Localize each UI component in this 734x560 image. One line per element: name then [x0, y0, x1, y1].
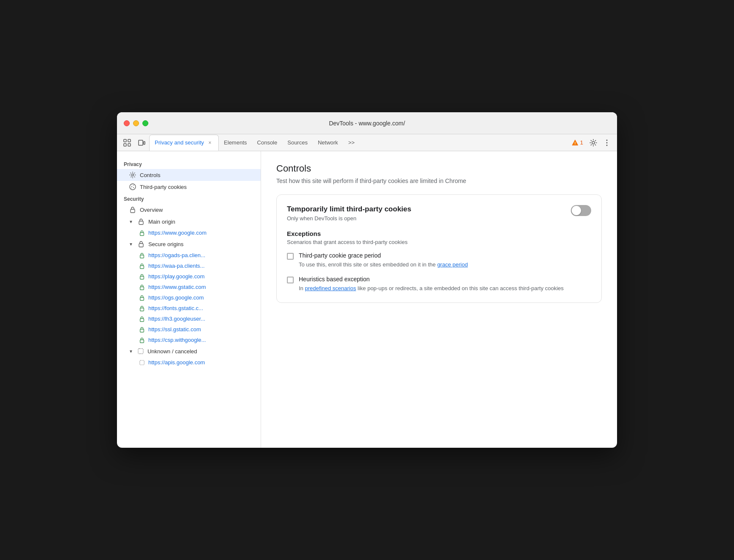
maximize-button[interactable] [142, 120, 148, 126]
lock-green-icon [139, 316, 145, 322]
warning-count: 1 [580, 139, 583, 146]
sidebar-item-google-url[interactable]: https://www.google.com [117, 227, 261, 238]
lock-green-icon [139, 284, 145, 290]
close-button[interactable] [124, 120, 130, 126]
sidebar-item-fonts[interactable]: https://fonts.gstatic.c... [117, 303, 261, 313]
minimize-button[interactable] [133, 120, 139, 126]
sidebar-item-ssl[interactable]: https://ssl.gstatic.com [117, 324, 261, 335]
unknown-canceled-label: Unknown / canceled [147, 348, 197, 355]
tab-bar: Privacy and security × Elements Console … [117, 134, 617, 151]
tab-more[interactable]: >> [343, 135, 360, 151]
grace-period-desc: To use this, enroll this site or sites e… [299, 261, 468, 269]
svg-point-7 [592, 141, 595, 144]
cookie-icon [129, 183, 136, 190]
sidebar-item-unknown-canceled[interactable]: ▼ Unknown / canceled [117, 345, 261, 357]
tab-label: Console [257, 139, 278, 146]
svg-point-13 [131, 186, 132, 187]
tab-sources[interactable]: Sources [282, 135, 313, 151]
exception-grace-period-content: Third-party cookie grace period To use t… [299, 252, 468, 269]
tab-network[interactable]: Network [313, 135, 343, 151]
apis-label: https://apis.google.com [148, 359, 205, 366]
tab-elements[interactable]: Elements [219, 135, 252, 151]
sidebar-item-play[interactable]: https://play.google.com [117, 271, 261, 282]
heuristics-desc-after: like pop-ups or redirects, a site embedd… [356, 285, 564, 291]
lock-green-icon [139, 295, 145, 301]
sidebar-item-overview[interactable]: Overview [117, 204, 261, 216]
svg-rect-1 [124, 144, 126, 146]
svg-text:!: ! [574, 141, 576, 145]
sidebar-item-third-party-cookies[interactable]: Third-party cookies [117, 181, 261, 193]
tab-label: Sources [287, 139, 308, 146]
sidebar-item-controls[interactable]: Controls [117, 169, 261, 181]
svg-rect-23 [140, 276, 144, 279]
sidebar-item-secure-origins[interactable]: ▼ Secure origins [117, 238, 261, 250]
lh3-label: https://lh3.googleuser... [148, 316, 205, 322]
svg-rect-28 [140, 329, 144, 332]
toggle-knob [572, 206, 581, 215]
card-header: Temporarily limit third-party cookies On… [287, 205, 591, 222]
third-party-cookies-label: Third-party cookies [140, 184, 187, 190]
exception-heuristics: Heuristics based exception In predefined… [287, 276, 591, 293]
svg-rect-17 [131, 209, 135, 213]
svg-rect-27 [140, 319, 144, 322]
main-origin-expand-arrow: ▼ [129, 219, 133, 224]
grace-period-checkbox[interactable] [287, 253, 294, 260]
limit-cookies-toggle[interactable] [571, 205, 591, 216]
sidebar-item-waa[interactable]: https://waa-pa.clients... [117, 261, 261, 271]
lock-green-icon [139, 327, 145, 333]
tab-label: Elements [224, 139, 247, 146]
warning-badge[interactable]: ! 1 [568, 138, 587, 148]
heuristics-desc-before: In [299, 285, 305, 291]
secure-origins-label: Secure origins [148, 241, 184, 247]
card-subtitle: Only when DevTools is open [287, 215, 411, 222]
sidebar-item-ogs[interactable]: https://ogs.google.com [117, 292, 261, 303]
lock-green-icon [139, 274, 145, 280]
lock-overview-icon [129, 206, 136, 213]
tab-privacy-and-security[interactable]: Privacy and security × [149, 135, 219, 151]
svg-rect-18 [139, 221, 143, 225]
card-title: Temporarily limit third-party cookies [287, 205, 411, 213]
heuristics-title: Heuristics based exception [299, 276, 564, 283]
grace-period-title: Third-party cookie grace period [299, 252, 468, 259]
svg-rect-5 [144, 141, 145, 144]
svg-rect-20 [139, 244, 143, 247]
svg-rect-21 [140, 255, 144, 258]
unknown-sub-icon [139, 360, 145, 366]
sidebar-item-apis[interactable]: https://apis.google.com [117, 357, 261, 368]
svg-point-12 [130, 184, 136, 190]
page-title: Controls [276, 163, 602, 174]
sidebar: Privacy Controls Third-party cooki [117, 151, 261, 448]
tab-close-button[interactable]: × [206, 139, 213, 146]
sidebar-item-gstatic[interactable]: https://www.gstatic.com [117, 282, 261, 292]
gear-icon [589, 139, 597, 147]
content-panel: Controls Test how this site will perform… [261, 151, 617, 448]
device-icon-button[interactable] [135, 136, 148, 150]
gstatic-label: https://www.gstatic.com [148, 284, 206, 290]
heuristics-desc: In predefined scenarios like pop-ups or … [299, 284, 564, 293]
tab-console[interactable]: Console [252, 135, 283, 151]
lock-secure-origins-icon [137, 241, 145, 247]
exception-heuristics-content: Heuristics based exception In predefined… [299, 276, 564, 293]
sidebar-item-ogads[interactable]: https://ogads-pa.clien... [117, 250, 261, 261]
heuristics-checkbox[interactable] [287, 277, 294, 283]
sidebar-item-csp[interactable]: https://csp.withgoogle... [117, 335, 261, 345]
more-options-button[interactable] [600, 136, 614, 150]
sidebar-item-lh3[interactable]: https://lh3.googleuser... [117, 313, 261, 324]
lock-green-icon [139, 337, 145, 343]
inspect-icon-button[interactable] [120, 136, 134, 150]
ssl-label: https://ssl.gstatic.com [148, 326, 201, 333]
overview-label: Overview [140, 207, 163, 213]
tab-label: Network [318, 139, 338, 146]
sidebar-item-main-origin[interactable]: ▼ Main origin [117, 216, 261, 227]
secure-origins-expand-arrow: ▼ [129, 242, 133, 247]
lock-green-icon [139, 305, 145, 311]
settings-button[interactable] [587, 136, 600, 150]
google-url-label: https://www.google.com [148, 230, 206, 236]
heuristics-link[interactable]: predefined scenarios [305, 285, 356, 291]
fonts-label: https://fonts.gstatic.c... [148, 305, 203, 311]
device-icon [138, 139, 145, 147]
svg-rect-19 [140, 233, 144, 236]
grace-period-link[interactable]: grace period [437, 261, 468, 268]
svg-rect-31 [140, 360, 145, 365]
controls-label: Controls [140, 172, 160, 178]
